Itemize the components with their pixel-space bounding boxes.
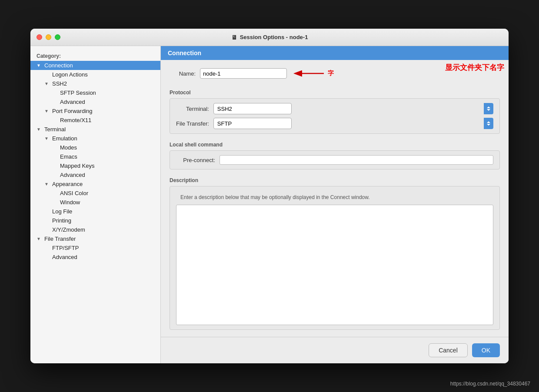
- description-section: Description Enter a description below th…: [170, 176, 500, 330]
- arrow-annotation-container: 字: [291, 67, 334, 80]
- tree-arrow-port-forwarding: ▼: [44, 109, 50, 113]
- window-title: 🖥 Session Options - node-1: [231, 34, 308, 41]
- sidebar-item-terminal-advanced[interactable]: Advanced: [30, 170, 160, 179]
- content-area: 显示文件夹下名字 Name:: [161, 60, 509, 337]
- sidebar-item-label-mapped-keys: Mapped Keys: [60, 163, 95, 169]
- sidebar-item-label-logon-actions: Logon Actions: [52, 71, 88, 78]
- sidebar-item-xy-zmodem[interactable]: X/Y/Zmodem: [30, 225, 160, 234]
- cancel-button[interactable]: Cancel: [429, 343, 468, 357]
- sidebar-item-remote-x11[interactable]: Remote/X11: [30, 116, 160, 125]
- sidebar-item-sftp-session[interactable]: SFTP Session: [30, 88, 160, 97]
- sidebar-item-ftp-sftp[interactable]: FTP/SFTP: [30, 243, 160, 252]
- tree-arrow-connection: ▼: [37, 63, 43, 68]
- sidebar-item-log-file[interactable]: Log File: [30, 207, 160, 216]
- description-textarea[interactable]: [176, 205, 493, 325]
- name-label: Name:: [170, 70, 196, 77]
- category-label: Category:: [30, 50, 160, 61]
- tree-arrow-file-transfer: ▼: [37, 236, 43, 241]
- sidebar-item-label-xy-zmodem: X/Y/Zmodem: [52, 226, 85, 233]
- sidebar-item-label-ansi-color: ANSI Color: [60, 190, 88, 196]
- sidebar-item-connection[interactable]: ▼Connection: [30, 61, 160, 70]
- bottom-bar: Cancel OK: [161, 337, 509, 363]
- protocol-section: Protocol Terminal: SSH2TelnetRloginSeria…: [170, 88, 500, 134]
- section-header: Connection: [161, 46, 509, 60]
- ok-button[interactable]: OK: [472, 343, 500, 357]
- pre-connect-label: Pre-connect:: [176, 157, 215, 163]
- description-hint: Enter a description below that may be op…: [176, 191, 493, 202]
- sidebar-item-label-ssh2: SSH2: [52, 80, 67, 87]
- sidebar-item-label-terminal: Terminal: [44, 126, 66, 133]
- sidebar-item-emulation[interactable]: ▼Emulation: [30, 134, 160, 143]
- sidebar-item-ssh2-advanced[interactable]: Advanced: [30, 97, 160, 106]
- sidebar-item-label-ft-advanced: Advanced: [52, 254, 77, 260]
- main-content: Connection 显示文件夹下名字 Name:: [161, 46, 509, 363]
- terminal-label: Terminal:: [176, 106, 209, 112]
- sidebar-item-mapped-keys[interactable]: Mapped Keys: [30, 161, 160, 170]
- tree-arrow-terminal: ▼: [37, 127, 43, 132]
- terminal-select-arrow: [484, 103, 493, 114]
- close-button[interactable]: [37, 34, 42, 40]
- sidebar-item-modes[interactable]: Modes: [30, 143, 160, 152]
- sidebar-item-ansi-color[interactable]: ANSI Color: [30, 189, 160, 198]
- sidebar-item-logon-actions[interactable]: Logon Actions: [30, 70, 160, 79]
- protocol-box: Terminal: SSH2TelnetRloginSerial File Tr…: [170, 98, 500, 134]
- sidebar-item-label-window: Window: [60, 199, 80, 206]
- session-options-window: 🖥 Session Options - node-1 Category: ▼Co…: [30, 29, 509, 363]
- dialog-body: Category: ▼ConnectionLogon Actions▼SSH2S…: [30, 46, 509, 363]
- name-row: Name: 字: [170, 67, 500, 80]
- sidebar-item-label-file-transfer: File Transfer: [44, 236, 76, 242]
- tree-arrow-emulation: ▼: [44, 136, 50, 141]
- sidebar-item-label-log-file: Log File: [52, 208, 72, 215]
- sidebar-item-printing[interactable]: Printing: [30, 216, 160, 225]
- annotation-sub: 字: [328, 70, 334, 77]
- local-shell-section: Local shell command Pre-connect:: [170, 140, 500, 169]
- sidebar-item-ft-advanced[interactable]: Advanced: [30, 252, 160, 262]
- tree-arrow-appearance: ▼: [44, 182, 50, 186]
- name-input[interactable]: [200, 68, 287, 79]
- file-transfer-select-wrapper: SFTPFTPNone: [213, 118, 493, 129]
- sidebar-item-emacs[interactable]: Emacs: [30, 152, 160, 161]
- pre-connect-row: Pre-connect:: [176, 155, 493, 165]
- sidebar-item-label-connection: Connection: [44, 62, 73, 69]
- sidebar-item-terminal[interactable]: ▼Terminal: [30, 125, 160, 134]
- sidebar-item-label-ssh2-advanced: Advanced: [60, 99, 85, 105]
- sidebar-item-label-printing: Printing: [52, 217, 71, 224]
- pre-connect-input[interactable]: [220, 155, 493, 165]
- sidebar-item-label-emacs: Emacs: [60, 153, 77, 160]
- description-box: Enter a description below that may be op…: [170, 186, 500, 330]
- maximize-button[interactable]: [55, 34, 60, 40]
- file-transfer-select-arrow: [484, 118, 493, 129]
- titlebar: 🖥 Session Options - node-1: [30, 29, 509, 46]
- description-label: Description: [170, 177, 500, 183]
- sidebar-item-label-appearance: Appearance: [52, 181, 83, 187]
- sidebar-item-window[interactable]: Window: [30, 198, 160, 207]
- protocol-label: Protocol: [170, 90, 500, 96]
- sidebar-item-appearance[interactable]: ▼Appearance: [30, 179, 160, 189]
- terminal-select[interactable]: SSH2TelnetRloginSerial: [213, 103, 292, 114]
- file-transfer-select[interactable]: SFTPFTPNone: [213, 118, 292, 129]
- arrow-annotation: [291, 67, 326, 80]
- sidebar-item-label-port-forwarding: Port Forwarding: [52, 108, 92, 114]
- sidebar-item-label-emulation: Emulation: [52, 135, 77, 142]
- traffic-lights: [37, 34, 60, 40]
- sidebar-item-ssh2[interactable]: ▼SSH2: [30, 79, 160, 88]
- minimize-button[interactable]: [46, 34, 51, 40]
- pre-connect-box: Pre-connect:: [170, 150, 500, 169]
- sidebar-item-label-ftp-sftp: FTP/SFTP: [52, 245, 79, 251]
- sidebar-item-label-terminal-advanced: Advanced: [60, 172, 85, 178]
- terminal-select-wrapper: SSH2TelnetRloginSerial: [213, 103, 493, 114]
- sidebar-item-file-transfer[interactable]: ▼File Transfer: [30, 234, 160, 243]
- sidebar-item-label-sftp-session: SFTP Session: [60, 90, 96, 96]
- sidebar-item-label-modes: Modes: [60, 144, 77, 151]
- tree-arrow-ssh2: ▼: [44, 81, 50, 86]
- sidebar-item-port-forwarding[interactable]: ▼Port Forwarding: [30, 106, 160, 116]
- sidebar: Category: ▼ConnectionLogon Actions▼SSH2S…: [30, 46, 161, 363]
- protocol-grid: Terminal: SSH2TelnetRloginSerial File Tr…: [176, 103, 493, 129]
- window-icon: 🖥: [231, 34, 237, 41]
- file-transfer-label: File Transfer:: [176, 120, 209, 127]
- local-shell-label: Local shell command: [170, 142, 500, 148]
- sidebar-item-label-remote-x11: Remote/X11: [60, 117, 91, 123]
- watermark: https://blog.csdn.net/qq_34830467: [450, 381, 530, 387]
